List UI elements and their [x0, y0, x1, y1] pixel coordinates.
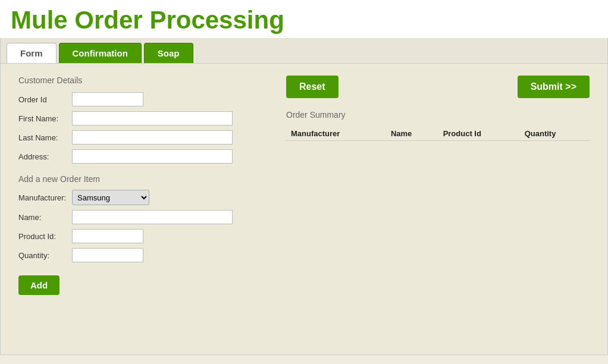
tabs-bar: Form Confirmation Soap: [0, 38, 608, 64]
reset-button[interactable]: Reset: [286, 76, 339, 98]
address-row: Address:: [18, 149, 268, 164]
quantity-row: Quantity:: [18, 248, 268, 262]
last-name-label: Last Name:: [18, 133, 72, 142]
order-summary-label: Order Summary: [286, 110, 590, 120]
submit-button[interactable]: Submit >>: [518, 76, 590, 98]
main-content: Customer Details Order Id First Name: La…: [0, 64, 608, 355]
order-id-row: Order Id: [18, 92, 268, 106]
first-name-label: First Name:: [18, 114, 72, 123]
address-input[interactable]: [72, 149, 233, 164]
add-button[interactable]: Add: [18, 275, 59, 295]
item-name-input[interactable]: [72, 210, 233, 224]
manufacturer-row: Manufacturer: Samsung Apple LG Sony: [18, 190, 268, 205]
item-name-row: Name:: [18, 210, 268, 224]
last-name-row: Last Name:: [18, 130, 268, 145]
quantity-label: Quantity:: [18, 251, 72, 260]
product-id-input[interactable]: [72, 229, 143, 243]
order-table: Manufacturer Name Product Id Quantity: [286, 127, 590, 141]
tab-soap[interactable]: Soap: [144, 43, 193, 63]
left-section: Customer Details Order Id First Name: La…: [18, 76, 268, 295]
first-name-input[interactable]: [72, 111, 233, 125]
col-name: Name: [386, 127, 438, 141]
add-item-section: Add a new Order Item Manufacturer: Samsu…: [18, 174, 268, 295]
col-quantity: Quantity: [520, 127, 590, 141]
last-name-input[interactable]: [72, 130, 233, 145]
item-name-label: Name:: [18, 213, 72, 222]
manufacturer-select[interactable]: Samsung Apple LG Sony: [72, 190, 149, 205]
right-section: Reset Submit >> Order Summary Manufactur…: [268, 76, 590, 295]
tab-confirmation[interactable]: Confirmation: [59, 43, 142, 63]
add-item-label: Add a new Order Item: [18, 174, 268, 184]
customer-details-label: Customer Details: [18, 76, 268, 85]
col-manufacturer: Manufacturer: [286, 127, 386, 141]
order-id-label: Order Id: [18, 95, 72, 104]
product-id-label: Product Id:: [18, 232, 72, 241]
tab-form[interactable]: Form: [7, 43, 57, 63]
app-title: Mule Order Processing: [0, 0, 608, 38]
quantity-input[interactable]: [72, 248, 143, 262]
order-id-input[interactable]: [72, 92, 143, 106]
manufacturer-label: Manufacturer:: [18, 193, 72, 202]
address-label: Address:: [18, 152, 72, 161]
col-product-id: Product Id: [438, 127, 520, 141]
product-id-row: Product Id:: [18, 229, 268, 243]
first-name-row: First Name:: [18, 111, 268, 125]
